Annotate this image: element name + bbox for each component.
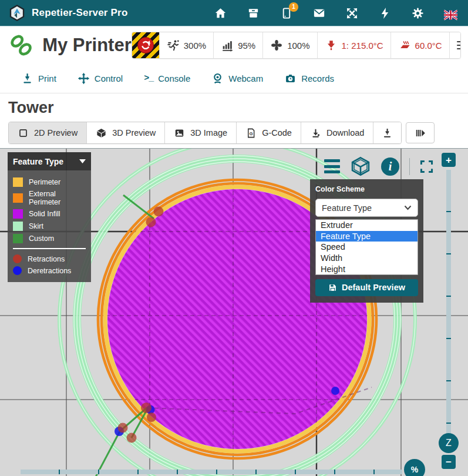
tab-records[interactable]: Records <box>284 72 334 85</box>
canvas-toolbar: i <box>324 156 435 177</box>
extruder-temp-button[interactable]: 1: 215.0°C <box>317 32 390 58</box>
bed-temp-button[interactable]: 60.0°C <box>390 32 449 58</box>
flow-value: 95% <box>238 41 255 51</box>
view-button-row: 2D Preview 3D Preview 3D Image G G-Code … <box>8 122 468 144</box>
svg-text:G: G <box>250 131 253 136</box>
brand[interactable]: Repetier-Server Pro <box>8 4 127 22</box>
tab-records-label: Records <box>301 73 334 83</box>
notification-badge: 1 <box>289 2 298 12</box>
select-chevron-icon <box>404 205 412 210</box>
progress-slider[interactable] <box>21 470 402 474</box>
language-flag-icon[interactable] <box>444 6 457 20</box>
canvas-fullscreen-icon[interactable] <box>409 158 435 175</box>
z-mode-button[interactable]: Z <box>439 433 459 453</box>
canvas-info-icon[interactable]: i <box>381 157 399 176</box>
emergency-stop-icon <box>137 37 154 53</box>
view-3d-preview-button[interactable]: 3D Preview <box>86 122 164 143</box>
messages-icon[interactable] <box>312 6 326 20</box>
option-feature-type[interactable]: Feature Type <box>316 231 418 242</box>
gcode-file-icon: G <box>245 128 257 139</box>
tab-webcam-label: Webcam <box>228 73 263 83</box>
view-button-group: 2D Preview 3D Preview 3D Image G G-Code … <box>8 122 402 144</box>
fan-icon <box>270 39 283 52</box>
fullscreen-icon[interactable] <box>345 6 359 20</box>
terminal-icon: >_ <box>144 73 153 83</box>
layers-play-icon <box>415 128 426 139</box>
job-title: Tower <box>8 99 468 117</box>
bed-temp-value: 60.0°C <box>415 41 442 51</box>
legend-item: Solid Infill <box>13 209 86 219</box>
legend-item: Skirt <box>13 222 86 231</box>
external-perimeter-swatch <box>13 193 23 203</box>
printer-name: My Printer <box>42 35 132 56</box>
gcode-preview-canvas[interactable]: Feature Type Perimeter External Perimete… <box>0 148 468 476</box>
color-scheme-selected-value: Feature Type <box>322 203 372 213</box>
legend-marker: Retractions <box>13 254 86 263</box>
move-arrows-icon <box>78 72 90 85</box>
top-navbar: Repetier-Server Pro 1 <box>0 0 468 26</box>
power-icon[interactable] <box>378 6 392 20</box>
view-3d-image-button[interactable]: 3D Image <box>164 122 236 143</box>
home-icon[interactable] <box>214 6 227 20</box>
retractions-dot <box>13 254 22 263</box>
flow-multiplier-button[interactable]: 95% <box>213 32 262 58</box>
emergency-stop-button[interactable] <box>132 32 159 58</box>
fan-speed-button[interactable]: 100% <box>262 32 317 58</box>
skirt-swatch <box>13 222 23 231</box>
perimeter-swatch <box>13 177 23 187</box>
speed-value: 300% <box>184 41 206 51</box>
option-width[interactable]: Width <box>316 253 418 264</box>
brand-name: Repetier-Server Pro <box>32 7 127 19</box>
layer-slider[interactable] <box>446 170 451 444</box>
print-job-button[interactable] <box>373 122 401 143</box>
custom-swatch <box>13 234 23 243</box>
legend-body: Perimeter External Perimeter Solid Infil… <box>8 170 91 282</box>
extruder-temp-value: 1: 215.0°C <box>342 41 383 51</box>
legend-item: Custom <box>13 234 86 243</box>
flow-bars-icon <box>221 39 234 52</box>
option-extruder[interactable]: Extruder <box>316 220 418 231</box>
printer-menu-button[interactable] <box>449 32 461 58</box>
speed-runner-icon <box>167 39 180 52</box>
printer-link-icon <box>8 32 34 59</box>
speed-multiplier-button[interactable]: 300% <box>159 32 213 58</box>
legend-separator <box>13 248 86 249</box>
legend-header[interactable]: Feature Type <box>8 152 91 170</box>
color-scheme-option-list: Extruder Feature Type Speed Width Height <box>315 219 418 275</box>
deretractions-dot <box>13 266 22 275</box>
legend-title: Feature Type <box>13 157 63 166</box>
webcam-icon <box>211 72 224 85</box>
tab-control[interactable]: Control <box>78 72 123 85</box>
color-scheme-select[interactable]: Feature Type <box>315 199 418 217</box>
printer-header: My Printer 300% 95% 100% 1: 215.0°C <box>0 26 468 64</box>
canvas-menu-icon[interactable] <box>324 159 340 173</box>
devices-icon[interactable]: 1 <box>280 6 293 20</box>
canvas-3d-view-icon[interactable] <box>350 156 371 177</box>
chevron-down-icon <box>79 159 86 163</box>
zoom-in-button[interactable]: + <box>442 153 456 167</box>
cube-icon <box>96 128 107 139</box>
printer-toolbar: 300% 95% 100% 1: 215.0°C 60.0°C <box>132 32 461 59</box>
legend-item: Perimeter <box>13 177 86 187</box>
color-scheme-label: Color Scheme <box>315 185 418 193</box>
tab-print[interactable]: Print <box>21 72 56 85</box>
download-icon <box>310 128 321 139</box>
zoom-out-button[interactable]: − <box>442 455 456 469</box>
default-preview-button[interactable]: Default Preview <box>315 279 418 296</box>
view-gcode-button[interactable]: G G-Code <box>236 122 301 143</box>
menu-icon <box>457 41 461 50</box>
option-height[interactable]: Height <box>316 263 418 274</box>
layer-animation-button[interactable] <box>406 122 435 143</box>
view-2d-preview-button[interactable]: 2D Preview <box>9 122 86 143</box>
percent-mode-button[interactable]: % <box>404 459 425 476</box>
tab-console[interactable]: >_ Console <box>144 73 190 83</box>
tab-print-label: Print <box>38 73 56 83</box>
download-button[interactable]: Download <box>301 122 373 143</box>
option-speed[interactable]: Speed <box>316 242 418 253</box>
print-queue-icon[interactable] <box>247 6 260 20</box>
legend-marker: Deretractions <box>13 266 86 275</box>
settings-icon[interactable] <box>411 6 425 20</box>
legend-item: External Perimeter <box>13 190 86 206</box>
image-icon <box>174 128 185 139</box>
tab-webcam[interactable]: Webcam <box>211 72 263 85</box>
